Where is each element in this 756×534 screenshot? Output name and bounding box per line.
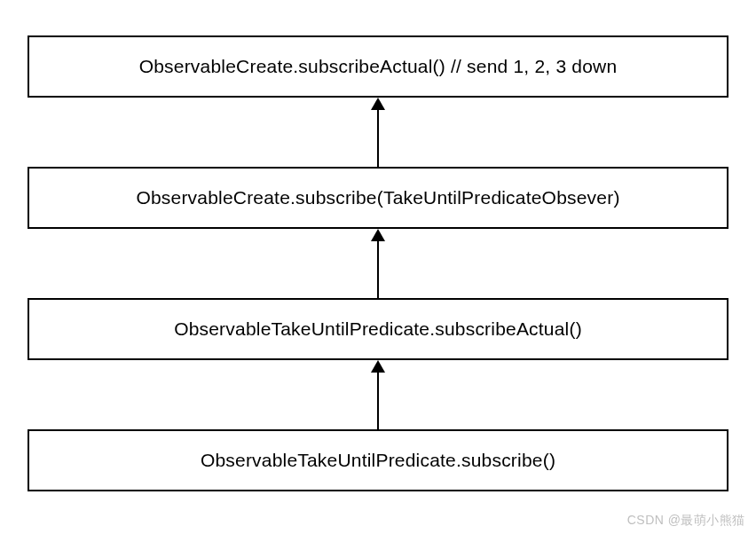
flow-diagram: ObservableCreate.subscribeActual() // se… [27,35,729,491]
box-label: ObservableTakeUntilPredicate.subscribe() [201,450,555,471]
diagram-box: ObservableCreate.subscribe(TakeUntilPred… [28,167,728,229]
diagram-box: ObservableCreate.subscribeActual() // se… [28,35,728,98]
diagram-box: ObservableTakeUntilPredicate.subscribeAc… [28,298,728,360]
arrow-up-icon [367,98,389,167]
arrow-up-icon [367,360,389,429]
watermark-text: CSDN @最萌小熊猫 [627,513,745,529]
svg-marker-1 [371,98,385,110]
box-label: ObservableTakeUntilPredicate.subscribeAc… [174,318,582,340]
diagram-box: ObservableTakeUntilPredicate.subscribe() [28,429,728,491]
arrow-up-icon [367,229,389,298]
svg-marker-5 [371,360,385,373]
box-label: ObservableCreate.subscribe(TakeUntilPred… [136,187,619,208]
box-label: ObservableCreate.subscribeActual() // se… [139,56,618,77]
svg-marker-3 [371,229,385,241]
